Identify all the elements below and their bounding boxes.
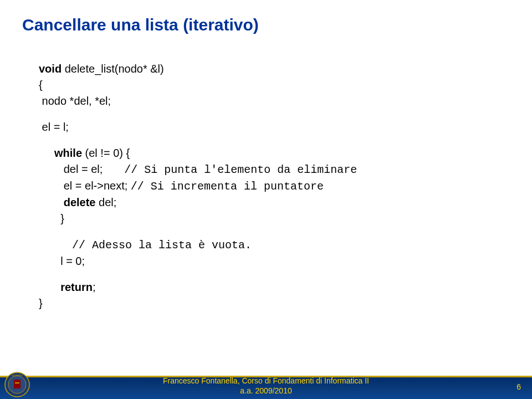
footer-text: Francesco Fontanella, Corso di Fondament… bbox=[0, 376, 532, 396]
svg-rect-3 bbox=[15, 382, 19, 383]
footer-line1: Francesco Fontanella, Corso di Fondament… bbox=[0, 376, 532, 386]
code-line: void delete_list(nodo* &l) bbox=[39, 61, 510, 77]
code-block: void delete_list(nodo* &l) { nodo *del, … bbox=[39, 61, 510, 311]
code-line: l = 0; bbox=[54, 253, 510, 269]
code-line: // Adesso la lista è vuota. bbox=[72, 237, 510, 253]
keyword-delete: delete bbox=[64, 196, 96, 208]
seal-icon: UNIVERSITAS bbox=[4, 372, 30, 397]
code-line: delete del; bbox=[54, 195, 510, 211]
code-line: nodo *del, *el; bbox=[39, 93, 510, 109]
keyword-while: while bbox=[54, 147, 82, 159]
code-line: } bbox=[39, 295, 510, 311]
keyword-void: void bbox=[39, 63, 62, 75]
slide-page: Cancellare una lista (iterativo) void de… bbox=[0, 0, 532, 399]
code-line: while (el != 0) { bbox=[54, 145, 510, 161]
code-line: del = el; // Si punta l'elemento da elim… bbox=[54, 161, 510, 178]
code-line: el = el->next; // Si incrementa il punta… bbox=[54, 178, 510, 195]
code-line: return; bbox=[54, 279, 510, 295]
code-line: el = l; bbox=[39, 119, 510, 135]
code-line: } bbox=[54, 211, 510, 227]
slide-title: Cancellare una lista (iterativo) bbox=[22, 16, 510, 34]
footer: UNIVERSITAS Francesco Fontanella, Corso … bbox=[0, 365, 532, 399]
svg-rect-2 bbox=[14, 380, 21, 388]
page-number: 6 bbox=[516, 382, 521, 391]
svg-text:UNIVERSITAS: UNIVERSITAS bbox=[12, 375, 23, 377]
footer-line2: a.a. 2009/2010 bbox=[0, 386, 532, 396]
code-comment: // Si incrementa il puntatore bbox=[131, 180, 324, 193]
code-comment: // Adesso la lista è vuota. bbox=[72, 239, 252, 252]
code-line: { bbox=[39, 77, 510, 93]
keyword-return: return bbox=[60, 281, 93, 293]
code-comment: // Si punta l'elemento da eliminare bbox=[124, 163, 357, 176]
